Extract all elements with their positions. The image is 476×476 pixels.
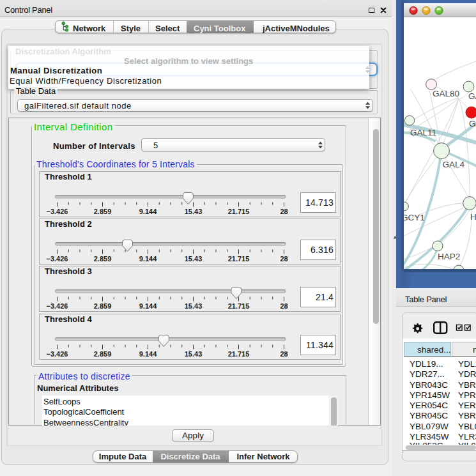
svg-text:HAP2: HAP2 [438,252,460,261]
svg-text:GAL80: GAL80 [433,89,459,98]
svg-text:−3.426: −3.426 [47,208,68,215]
svg-text:15.43: 15.43 [185,350,203,358]
svg-text:21.715: 21.715 [228,208,250,215]
svg-text:GCY1: GCY1 [404,213,425,222]
svg-text:28: 28 [280,255,288,263]
svg-text:28: 28 [280,302,288,310]
svg-text:−3.426: −3.426 [47,255,68,263]
svg-text:2.859: 2.859 [94,302,112,310]
svg-text:15.43: 15.43 [185,208,203,215]
svg-text:2.859: 2.859 [94,255,112,263]
svg-text:9.144: 9.144 [139,208,157,215]
svg-text:2.859: 2.859 [94,350,112,358]
svg-text:GAL4: GAL4 [443,160,465,169]
svg-text:9.144: 9.144 [139,350,157,358]
svg-text:GA: GA [469,119,476,128]
svg-text:HI: HI [470,212,476,222]
svg-text:21.715: 21.715 [228,302,250,310]
svg-text:GA: GA [468,91,476,101]
svg-text:−3.426: −3.426 [47,302,68,310]
svg-text:15.43: 15.43 [185,302,203,310]
svg-text:21.715: 21.715 [228,255,250,263]
svg-text:28: 28 [280,350,288,358]
svg-text:15.43: 15.43 [185,255,203,263]
svg-text:−3.426: −3.426 [47,350,68,358]
svg-text:21.715: 21.715 [228,350,250,358]
svg-text:9.144: 9.144 [139,302,157,310]
svg-text:28: 28 [280,208,288,215]
svg-text:2.859: 2.859 [94,208,112,215]
svg-text:GAL11: GAL11 [410,128,436,137]
svg-text:9.144: 9.144 [139,255,157,263]
